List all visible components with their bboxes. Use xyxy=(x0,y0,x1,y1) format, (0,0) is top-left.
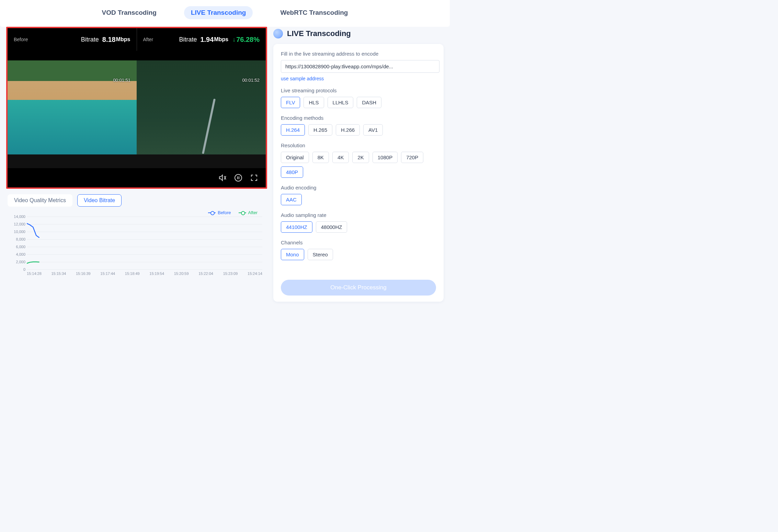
chart-legend: Before After xyxy=(8,210,266,215)
resolution-option-4k[interactable]: 4K xyxy=(332,152,349,163)
encoding-option-av1[interactable]: AV1 xyxy=(363,124,383,136)
after-header: After Bitrate 1.94 Mbps ↓ 76.28% xyxy=(137,28,266,51)
tab-webrtc-transcoding[interactable]: WebRTC Transcoding xyxy=(273,6,355,19)
mute-icon[interactable] xyxy=(218,174,227,182)
channels-label: Channels xyxy=(281,240,439,245)
sample-address-link[interactable]: use sample address xyxy=(281,76,324,81)
encoding-label: Encoding methods xyxy=(281,115,439,121)
metric-tabs: Video Quality MetricsVideo Bitrate xyxy=(8,194,267,207)
protocols-option-dash[interactable]: DASH xyxy=(357,97,381,108)
video-compare-container: Before Bitrate 8.18 Mbps After Bitrate 1… xyxy=(6,27,267,189)
audio_enc-option-aac[interactable]: AAC xyxy=(281,194,302,205)
timecode-after: 00:01:52 xyxy=(242,78,260,83)
resolution-option-720p[interactable]: 720P xyxy=(401,152,423,163)
bitrate-value-after: 1.94 xyxy=(200,36,214,44)
bitrate-unit-before: Mbps xyxy=(116,36,130,43)
down-arrow-icon: ↓ xyxy=(232,36,236,43)
panel-title: LIVE Transcoding xyxy=(273,27,444,44)
sample_rate-option-44100hz[interactable]: 44100HZ xyxy=(281,221,312,233)
resolution-option-original[interactable]: Original xyxy=(281,152,309,163)
resolution-option-480p[interactable]: 480P xyxy=(281,166,303,178)
channels-option-stereo[interactable]: Stereo xyxy=(308,249,333,260)
before-label: Before xyxy=(14,37,28,42)
reduction-pct: ↓ 76.28% xyxy=(232,36,260,44)
resolution-option-8k[interactable]: 8K xyxy=(312,152,329,163)
protocols-option-llhls[interactable]: LLHLS xyxy=(328,97,354,108)
encoding-option-h266[interactable]: H.266 xyxy=(336,124,360,136)
legend-before: Before xyxy=(208,210,231,215)
protocols-label: Live streaming protocols xyxy=(281,88,439,93)
resolution-label: Resolution xyxy=(281,142,439,148)
panel-orb-icon xyxy=(273,29,283,38)
bitrate-chart: 02,0004,0006,0008,00010,00012,00014,0001… xyxy=(8,217,266,276)
main-tabs: VOD TranscodingLIVE TranscodingWebRTC Tr… xyxy=(0,0,450,27)
svg-point-0 xyxy=(235,174,242,181)
tab-vod-transcoding[interactable]: VOD Transcoding xyxy=(95,6,163,19)
address-input[interactable]: https://1300828900-play.tliveapp.com/mps… xyxy=(281,60,439,73)
one-click-processing-button[interactable]: One-Click Processing xyxy=(281,280,436,296)
metric-tab-video-bitrate[interactable]: Video Bitrate xyxy=(77,194,122,207)
metric-tab-video-quality-metrics[interactable]: Video Quality Metrics xyxy=(8,194,72,207)
fullscreen-icon[interactable] xyxy=(250,174,258,182)
before-header: Before Bitrate 8.18 Mbps xyxy=(8,28,137,51)
bitrate-unit-after: Mbps xyxy=(214,36,228,43)
resolution-option-1080p[interactable]: 1080P xyxy=(373,152,398,163)
channels-option-mono[interactable]: Mono xyxy=(281,249,304,260)
pause-icon[interactable] xyxy=(234,174,242,182)
before-video-frame: 00:01:51 xyxy=(8,60,137,154)
protocols-option-hls[interactable]: HLS xyxy=(304,97,324,108)
encoding-option-h264[interactable]: H.264 xyxy=(281,124,305,136)
after-label: After xyxy=(143,37,153,42)
protocols-option-flv[interactable]: FLV xyxy=(281,97,300,108)
after-video-frame: 00:01:52 xyxy=(137,60,266,154)
legend-after: After xyxy=(239,210,258,215)
bitrate-label-after: Bitrate xyxy=(179,36,197,43)
sample_rate-label: Audio sampling rate xyxy=(281,212,439,218)
bitrate-value-before: 8.18 xyxy=(102,36,116,44)
address-label: Fill in the live streaming address to en… xyxy=(281,51,439,57)
bitrate-label-before: Bitrate xyxy=(81,36,99,43)
resolution-option-2k[interactable]: 2K xyxy=(352,152,369,163)
timecode-before: 00:01:51 xyxy=(113,78,130,83)
encoding-option-h265[interactable]: H.265 xyxy=(308,124,332,136)
sample_rate-option-48000hz[interactable]: 48000HZ xyxy=(316,221,347,233)
tab-live-transcoding[interactable]: LIVE Transcoding xyxy=(184,6,253,19)
audio_enc-label: Audio encoding xyxy=(281,185,439,190)
